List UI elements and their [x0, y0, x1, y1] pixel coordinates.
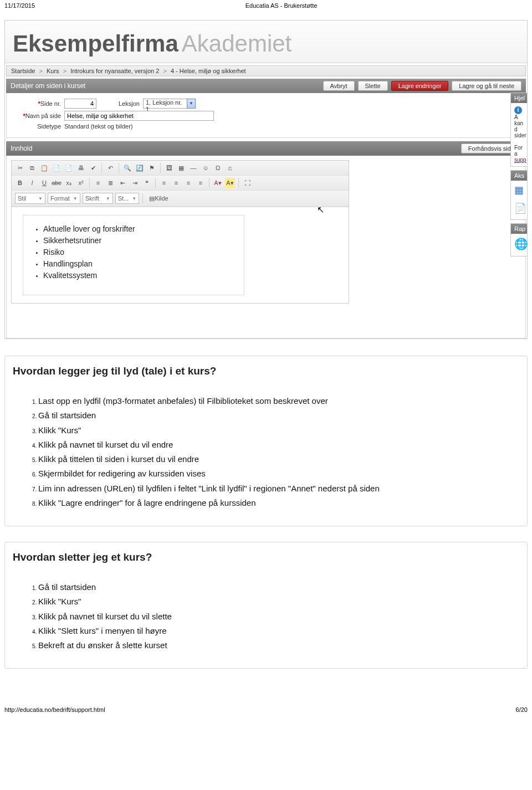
leksjon-select[interactable]: 1. Leksjon nr. 1: [143, 99, 187, 109]
leksjon-label: Leksjon: [119, 100, 140, 107]
navn-input[interactable]: [64, 111, 214, 121]
faq-step: Lim inn adressen (URLen) til lydfilen i …: [38, 481, 516, 496]
cut-icon[interactable]: ✂: [15, 163, 25, 173]
emoji-icon[interactable]: ☺: [201, 163, 211, 173]
source-button[interactable]: ▤ Kilde: [146, 193, 171, 203]
report-panel: Rap 🌐: [510, 223, 527, 257]
replace-icon[interactable]: 🔄: [135, 163, 145, 173]
print-footer: http://educatia.no/bedrift/support.html …: [0, 684, 532, 717]
rich-text-editor: ✂ ⧉ 📋 📄 📄 🖶 ✔ ↶ 🔍 🔄 ⚑ 🖼 ▦ — ☺ Ω ⎌: [11, 160, 349, 304]
faq-step: Klikk på navnet til kurset du vil endre: [38, 438, 516, 452]
omega-icon[interactable]: Ω: [213, 163, 223, 173]
grid-icon[interactable]: ▦: [514, 184, 524, 196]
toolbar-row-3: Stil▼ Format▼ Skrift▼ St...▼ ▤ Kilde: [12, 191, 349, 207]
faq-step: Klikk på tittelen til siden i kurset du …: [38, 452, 516, 466]
faq-step: Klikk "Kurs": [38, 594, 516, 609]
font-dropdown[interactable]: Skrift▼: [83, 193, 113, 204]
faq-step: Gå til startsiden: [38, 580, 516, 594]
subscript-icon[interactable]: x₂: [64, 178, 74, 188]
hr-icon[interactable]: —: [188, 163, 198, 173]
globe-icon[interactable]: 🌐: [514, 238, 528, 250]
actions-panel-header: Aks: [511, 171, 527, 181]
faq-step: Bekreft at du ønsker å slette kurset: [38, 638, 516, 653]
save-next-button[interactable]: Lagre og gå til neste: [452, 81, 521, 91]
editor-wrap: ✂ ⧉ 📋 📄 📄 🖶 ✔ ↶ 🔍 🔄 ⚑ 🖼 ▦ — ☺ Ω ⎌: [6, 156, 526, 338]
textcolor-icon[interactable]: A▾: [213, 178, 223, 188]
faq-step: Klikk "Lagre endringer" for å lagre endr…: [38, 496, 516, 510]
content-header: Innhold Forhåndsvis side: [6, 141, 526, 156]
quote-icon[interactable]: ❝: [142, 178, 152, 188]
print-title: Educatia AS - Brukerstøtte: [245, 2, 318, 9]
crumb-sep: >: [39, 68, 42, 74]
report-panel-header: Rap: [511, 224, 527, 234]
faq-step: Last opp en lydfil (mp3-formatet anbefal…: [38, 394, 516, 408]
print-date: 11/17/2015: [4, 2, 35, 9]
sidetype-label: Sidetype: [11, 123, 61, 130]
help-link[interactable]: supp: [514, 157, 526, 163]
paste-word-icon[interactable]: 📄: [52, 163, 62, 173]
outdent-icon[interactable]: ⇤: [117, 178, 127, 188]
bgcolor-icon[interactable]: A▾: [225, 178, 235, 188]
toolbar-row-1: ✂ ⧉ 📋 📄 📄 🖶 ✔ ↶ 🔍 🔄 ⚑ 🖼 ▦ — ☺ Ω ⎌: [12, 161, 349, 176]
indent-icon[interactable]: ⇥: [130, 178, 140, 188]
footer-page: 6/20: [516, 706, 528, 713]
paste-text-icon[interactable]: 📄: [64, 163, 74, 173]
align-right-icon[interactable]: ≡: [183, 178, 193, 188]
bold-icon[interactable]: B: [15, 178, 25, 188]
size-dropdown[interactable]: St...▼: [115, 193, 139, 204]
undo-icon[interactable]: ↶: [105, 163, 115, 173]
list-item: Sikkerhetsrutiner: [43, 235, 234, 247]
superscript-icon[interactable]: x²: [76, 178, 86, 188]
help-text: For a: [514, 145, 523, 157]
align-left-icon[interactable]: ≡: [159, 178, 169, 188]
faq-block-audio: Hvordan legger jeg til lyd (tale) i et k…: [4, 356, 528, 526]
delete-button[interactable]: Slette: [358, 81, 388, 91]
align-center-icon[interactable]: ≡: [171, 178, 181, 188]
crumb-2[interactable]: Kurs: [47, 68, 59, 74]
cancel-button[interactable]: Avbryt: [323, 81, 355, 91]
maximize-icon[interactable]: ⛶: [242, 178, 252, 188]
brand-bar: EksempelfirmaAkademiet: [5, 20, 527, 63]
breadcrumb: Startside > Kurs > Introkurs for nyansat…: [6, 65, 526, 76]
footer-url: http://educatia.no/bedrift/support.html: [4, 706, 105, 713]
print-icon[interactable]: 🖶: [76, 163, 86, 173]
paste-icon[interactable]: 📋: [39, 163, 49, 173]
faq-step: Skjermbildet for redigering av kurssiden…: [38, 466, 516, 481]
format-dropdown[interactable]: Format▼: [48, 193, 80, 204]
sidenr-label: *Side nr.: [11, 100, 61, 107]
sidenr-input[interactable]: [64, 99, 96, 109]
list-item: Aktuelle lover og forskrifter: [43, 223, 234, 235]
find-icon[interactable]: 🔍: [122, 163, 132, 173]
ul-icon[interactable]: ≣: [105, 178, 115, 188]
brand-word1: Eksempelfirma: [13, 30, 178, 57]
spell-icon[interactable]: ✔: [88, 163, 98, 173]
ol-icon[interactable]: ≡: [93, 178, 103, 188]
table-icon[interactable]: ▦: [176, 163, 186, 173]
list-item: Kvalitetssystem: [43, 270, 234, 281]
copy-icon[interactable]: ⧉: [27, 163, 37, 173]
help-panel: Hjel iA kan d sider For a supp: [510, 93, 527, 167]
underline-icon[interactable]: U: [39, 178, 49, 188]
panel-header: Detaljer om siden i kurset Avbryt Slette…: [6, 79, 526, 93]
crumb-4: 4 - Helse, miljø og sikkerhet: [171, 68, 246, 74]
italic-icon[interactable]: I: [27, 178, 37, 188]
anchor-icon[interactable]: ⚑: [147, 163, 157, 173]
panel-title: Detaljer om siden i kurset: [11, 82, 320, 90]
justify-icon[interactable]: ≡: [196, 178, 206, 188]
faq-step: Klikk "Kurs": [38, 423, 516, 438]
strike-icon[interactable]: abc: [52, 178, 62, 188]
crumb-sep: >: [63, 68, 66, 74]
crumb-1[interactable]: Startside: [11, 68, 35, 74]
save-button[interactable]: Lagre endringer: [391, 81, 449, 91]
editor-canvas[interactable]: Aktuelle lover og forskrifter Sikkerhets…: [12, 207, 349, 303]
crumb-sep: >: [163, 68, 166, 74]
pagebreak-icon[interactable]: ⎌: [225, 163, 235, 173]
image-icon[interactable]: 🖼: [164, 163, 174, 173]
style-dropdown[interactable]: Stil▼: [15, 193, 45, 204]
doc-icon[interactable]: 📄: [514, 203, 526, 214]
brand-word2: Akademiet: [182, 30, 291, 57]
actions-panel: Aks ▦ 📄: [510, 170, 527, 220]
crumb-3[interactable]: Introkurs for nyansatte, versjon 2: [70, 68, 159, 74]
chevron-down-icon[interactable]: ▼: [187, 99, 196, 109]
sidetype-value: Standard (tekst og bilder): [64, 123, 133, 130]
